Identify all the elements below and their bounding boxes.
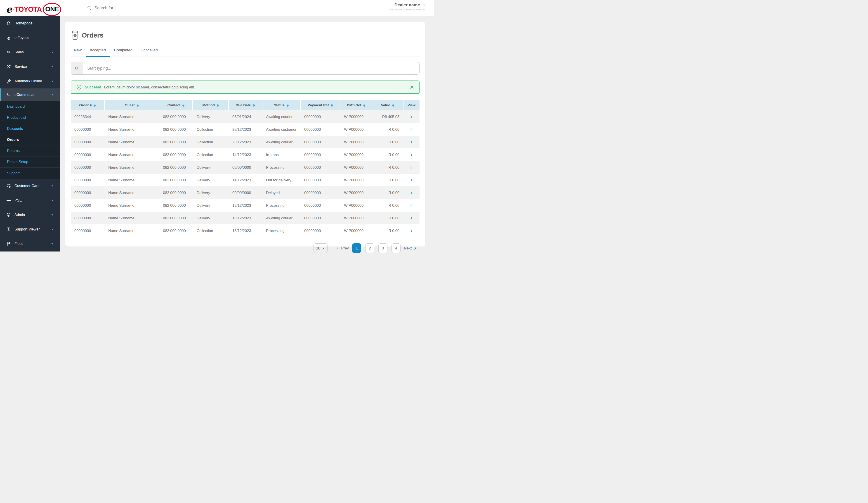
tab-cancelled[interactable]: Cancelled <box>136 48 162 57</box>
column-header-value[interactable]: Value△▽ <box>372 100 403 110</box>
cell-guest: Name Surname <box>105 161 159 174</box>
sidebar-item-orders[interactable]: Orders <box>0 134 60 145</box>
chevron-down-icon[interactable] <box>51 213 54 217</box>
chevron-down-icon[interactable] <box>51 79 54 83</box>
dealer-name: Dealer name <box>394 2 420 8</box>
chevron-right-icon[interactable] <box>409 140 413 144</box>
chevron-right-icon[interactable] <box>409 191 413 195</box>
sidebar-item-customer-care[interactable]: Customer Care <box>0 179 60 193</box>
sort-icon[interactable]: △▽ <box>331 104 333 107</box>
cell-order: 00000000 <box>71 136 105 148</box>
cell-order: 00000000 <box>71 174 105 186</box>
orders-search-input[interactable] <box>83 62 419 74</box>
sidebar-item-ecommerce[interactable]: eCommerce <box>0 89 60 101</box>
cell-value: R 0.00 <box>372 224 403 237</box>
sidebar-item-pse[interactable]: PSE <box>0 193 60 208</box>
cell-due-date: 28/12/2023 <box>229 123 262 136</box>
sidebar-item-service[interactable]: Service <box>0 60 60 74</box>
chevron-down-icon[interactable] <box>51 242 54 246</box>
chevron-up-icon[interactable] <box>51 93 54 96</box>
column-header-contact[interactable]: Contact△▽ <box>159 100 193 110</box>
chevron-right-icon[interactable] <box>409 178 413 182</box>
page-button-2[interactable]: 2 <box>365 243 374 252</box>
sidebar-item-support[interactable]: Support <box>0 167 60 179</box>
prev-button[interactable]: Prev <box>336 246 349 250</box>
table-row[interactable]: 00000000 Name Surname 082 000 0000 Colle… <box>71 148 420 161</box>
sidebar-item-label: eCommerce <box>14 93 51 97</box>
next-button[interactable]: Next <box>404 246 417 250</box>
sidebar-item-admin[interactable]: Admin <box>0 208 60 222</box>
cell-guest: Name Surname <box>105 186 159 199</box>
sort-icon[interactable]: △▽ <box>363 104 365 107</box>
chevron-right-icon[interactable] <box>409 165 413 170</box>
chevron-right-icon[interactable] <box>409 115 413 119</box>
dealer-menu[interactable]: Dealer name Duis tempor commodo vehicula… <box>389 2 426 11</box>
sidebar-item-homepage[interactable]: Homepage <box>0 16 60 31</box>
column-header-status[interactable]: Status△▽ <box>262 100 301 110</box>
sidebar-item-dealer-setup[interactable]: Dealer Setup <box>0 156 60 167</box>
sort-icon[interactable]: △▽ <box>183 104 184 107</box>
page-button-4[interactable]: 4 <box>392 243 401 252</box>
cell-payment-ref: 00000000 <box>301 174 340 186</box>
table-row[interactable]: 00000000 Name Surname 082 000 0000 Deliv… <box>71 161 420 174</box>
logo-e: e <box>6 5 12 14</box>
page-button-3[interactable]: 3 <box>379 243 388 252</box>
chevron-down-icon[interactable] <box>51 227 54 231</box>
tab-accepted[interactable]: Accepted <box>86 48 110 57</box>
sidebar-item-discounts[interactable]: Discounts <box>0 123 60 134</box>
chevron-right-icon[interactable] <box>409 216 413 220</box>
table-row[interactable]: 00000000 Name Surname 082 000 0000 Deliv… <box>71 186 420 199</box>
e-toyota-icon: e <box>6 35 11 40</box>
chevron-down-icon[interactable] <box>51 65 54 69</box>
column-header-guest[interactable]: Guest△▽ <box>105 100 159 110</box>
page-button-1[interactable]: 1 <box>352 243 361 252</box>
chevron-down-icon[interactable] <box>51 50 54 54</box>
cell-due-date: 14/12/2023 <box>229 148 262 161</box>
cell-payment-ref: 00000000 <box>301 148 340 161</box>
page-size-select[interactable]: 10 <box>313 243 328 252</box>
sort-icon[interactable]: △▽ <box>392 104 394 107</box>
sort-icon[interactable]: △▽ <box>217 104 219 107</box>
page-size-value: 10 <box>316 246 320 250</box>
table-row[interactable]: 00000000 Name Surname 082 000 0000 Colle… <box>71 224 420 237</box>
sidebar-item-sales[interactable]: Sales <box>0 45 60 60</box>
tab-completed[interactable]: Completed <box>110 48 136 57</box>
sort-icon[interactable]: △▽ <box>94 104 95 107</box>
table-row[interactable]: 00000000 Name Surname 082 000 0000 Colle… <box>71 136 420 148</box>
close-icon[interactable]: ✕ <box>410 85 414 90</box>
table-row[interactable]: 00000000 Name Surname 082 000 0000 Deliv… <box>71 212 420 224</box>
chevron-right-icon[interactable] <box>409 229 413 233</box>
sidebar-item-dashboard[interactable]: Dashboard <box>0 101 60 112</box>
chevron-down-icon[interactable] <box>422 3 426 7</box>
chevron-down-icon[interactable] <box>51 184 54 188</box>
sidebar-item-e-toyota[interactable]: e e-Toyota <box>0 31 60 45</box>
pagination: 10 Prev 1 2 3 4 Next <box>71 243 420 252</box>
column-header-due-date[interactable]: Due Date△▽ <box>229 100 262 110</box>
sidebar-item-returns[interactable]: Returns <box>0 145 60 156</box>
column-header-method[interactable]: Method△▽ <box>193 100 229 110</box>
chevron-right-icon[interactable] <box>409 153 413 157</box>
sort-icon[interactable]: △▽ <box>137 104 138 107</box>
sidebar-item-product-list[interactable]: Product List <box>0 112 60 123</box>
chevron-down-icon[interactable] <box>51 198 54 202</box>
sort-icon[interactable]: △▽ <box>287 104 288 107</box>
table-row[interactable]: 00000000 Name Surname 082 000 0000 Deliv… <box>71 174 420 186</box>
chevron-right-icon[interactable] <box>409 127 413 132</box>
column-header-order[interactable]: Order #△▽ <box>71 100 105 110</box>
cell-due-date: 03/01/2024 <box>229 110 262 123</box>
table-row[interactable]: 00000000 Name Surname 082 000 0000 Colle… <box>71 123 420 136</box>
cell-order: 00000000 <box>71 199 105 212</box>
column-header-payment-ref[interactable]: Payment Ref△▽ <box>301 100 340 110</box>
sidebar-item-fleet[interactable]: Fleet <box>0 237 60 251</box>
sidebar-item-automark-online[interactable]: Automark Online <box>0 74 60 89</box>
sort-icon[interactable]: △▽ <box>253 104 255 107</box>
tab-new[interactable]: New <box>70 48 86 57</box>
cell-order: 00000000 <box>71 212 105 224</box>
sidebar-item-support-viewer[interactable]: Support Viewer <box>0 222 60 237</box>
table-row[interactable]: 00223344 Name Surname 082 000 0000 Deliv… <box>71 110 420 123</box>
table-row[interactable]: 00000000 Name Surname 082 000 0000 Deliv… <box>71 199 420 212</box>
chevron-right-icon[interactable] <box>409 203 413 208</box>
app-logo[interactable]: e-TOYOTAONE <box>6 3 61 16</box>
global-search[interactable]: Search for... <box>87 0 116 16</box>
column-header-dms-ref[interactable]: DMS Ref△▽ <box>340 100 372 110</box>
